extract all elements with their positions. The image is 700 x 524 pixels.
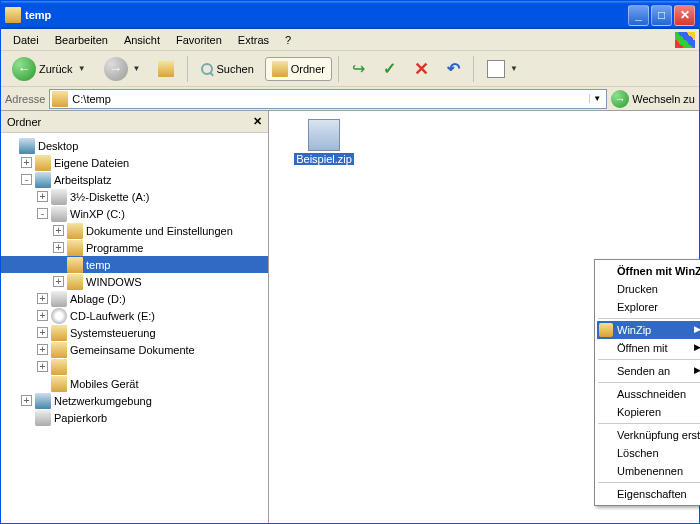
menu-item[interactable]: Umbenennen bbox=[597, 462, 700, 480]
up-button[interactable] bbox=[151, 57, 181, 81]
tree-node[interactable]: temp bbox=[1, 256, 268, 273]
close-button[interactable]: ✕ bbox=[674, 5, 695, 26]
tree-node[interactable]: +Systemsteuerung bbox=[1, 324, 268, 341]
menu-item[interactable]: Verknüpfung erstellen bbox=[597, 426, 700, 444]
mon-icon bbox=[35, 172, 51, 188]
menu-extras[interactable]: Extras bbox=[230, 32, 277, 48]
tree-toggle[interactable]: + bbox=[53, 242, 64, 253]
tree-toggle[interactable] bbox=[53, 259, 64, 270]
menu-file[interactable]: Datei bbox=[5, 32, 47, 48]
move-to-button[interactable]: ↪ bbox=[345, 55, 372, 82]
file-label: Beispiel.zip bbox=[294, 153, 354, 165]
folder-i-icon bbox=[51, 342, 67, 358]
maximize-button[interactable]: □ bbox=[651, 5, 672, 26]
wz-icon bbox=[599, 323, 613, 337]
menu-item[interactable]: Ausschneiden bbox=[597, 385, 700, 403]
forward-button[interactable]: →▼ bbox=[97, 53, 148, 85]
content-area[interactable]: Beispiel.zip Öffnen mit WinZipDruckenExp… bbox=[269, 111, 699, 523]
menu-item[interactable]: Drucken bbox=[597, 280, 700, 298]
go-button[interactable]: →Wechseln zu bbox=[611, 90, 695, 108]
tree-node[interactable]: Papierkorb bbox=[1, 409, 268, 426]
tree-node[interactable]: +Programme bbox=[1, 239, 268, 256]
tree-toggle[interactable]: + bbox=[37, 361, 48, 372]
menu-favorites[interactable]: Favoriten bbox=[168, 32, 230, 48]
tree-toggle[interactable]: + bbox=[37, 327, 48, 338]
tree-toggle[interactable]: + bbox=[21, 395, 32, 406]
panel-close-button[interactable]: ✕ bbox=[253, 115, 262, 128]
menu-view[interactable]: Ansicht bbox=[116, 32, 168, 48]
tree-node[interactable]: +CD-Laufwerk (E:) bbox=[1, 307, 268, 324]
file-item[interactable]: Beispiel.zip bbox=[289, 119, 359, 165]
tree-node[interactable]: +Ablage (D:) bbox=[1, 290, 268, 307]
tree-toggle[interactable] bbox=[5, 140, 16, 151]
panel-header: Ordner ✕ bbox=[1, 111, 268, 133]
search-button[interactable]: Suchen bbox=[194, 59, 260, 79]
tree-label: Netzwerkumgebung bbox=[54, 395, 152, 407]
menu-help[interactable]: ? bbox=[277, 32, 299, 48]
tree-node[interactable]: -WinXP (C:) bbox=[1, 205, 268, 222]
folders-button[interactable]: Ordner bbox=[265, 57, 332, 81]
folder-i-icon bbox=[51, 359, 67, 375]
undo-button[interactable]: ↶ bbox=[440, 55, 467, 82]
submenu-arrow-icon: ▶ bbox=[694, 342, 700, 352]
tree-node[interactable]: Desktop bbox=[1, 137, 268, 154]
tree-node[interactable]: +Gemeinsame Dokumente bbox=[1, 341, 268, 358]
tree-label: Desktop bbox=[38, 140, 78, 152]
folder-icon bbox=[52, 91, 68, 107]
menu-item[interactable]: Öffnen mit WinZip bbox=[597, 262, 700, 280]
tree-toggle[interactable] bbox=[21, 412, 32, 423]
menu-item[interactable]: Kopieren bbox=[597, 403, 700, 421]
tree-label: Papierkorb bbox=[54, 412, 107, 424]
folder-i-icon bbox=[67, 274, 83, 290]
tree-label: Arbeitsplatz bbox=[54, 174, 111, 186]
tree-toggle[interactable]: + bbox=[53, 276, 64, 287]
tree-toggle[interactable]: - bbox=[37, 208, 48, 219]
tree-toggle[interactable]: + bbox=[53, 225, 64, 236]
folder-i-icon bbox=[51, 325, 67, 341]
tree-label: WinXP (C:) bbox=[70, 208, 125, 220]
address-path: C:\temp bbox=[72, 93, 585, 105]
tree-node[interactable]: +3½-Diskette (A:) bbox=[1, 188, 268, 205]
folder-i-icon bbox=[67, 223, 83, 239]
menu-item[interactable]: WinZip▶ bbox=[597, 321, 700, 339]
tree-node[interactable]: -Arbeitsplatz bbox=[1, 171, 268, 188]
folder-icon bbox=[272, 61, 288, 77]
minimize-button[interactable]: _ bbox=[628, 5, 649, 26]
panel-title: Ordner bbox=[7, 116, 41, 128]
menu-item[interactable]: Löschen bbox=[597, 444, 700, 462]
folder-i-icon bbox=[51, 376, 67, 392]
menu-item[interactable]: Öffnen mit▶ bbox=[597, 339, 700, 357]
tree-label: Dokumente und Einstellungen bbox=[86, 225, 233, 237]
tree-node[interactable]: +Eigene Dateien bbox=[1, 154, 268, 171]
tree-node[interactable]: Mobiles Gerät bbox=[1, 375, 268, 392]
drive-icon bbox=[51, 189, 67, 205]
tree-node[interactable]: +Dokumente und Einstellungen bbox=[1, 222, 268, 239]
titlebar[interactable]: temp _ □ ✕ bbox=[1, 1, 699, 29]
windows-flag-icon bbox=[675, 32, 695, 48]
submenu-arrow-icon: ▶ bbox=[694, 324, 700, 334]
tree-node[interactable]: +Netzwerkumgebung bbox=[1, 392, 268, 409]
tree-toggle[interactable]: + bbox=[37, 191, 48, 202]
tree-node[interactable]: +WINDOWS bbox=[1, 273, 268, 290]
net-icon bbox=[35, 393, 51, 409]
tree-toggle[interactable] bbox=[37, 378, 48, 389]
tree-toggle[interactable]: + bbox=[21, 157, 32, 168]
address-input[interactable]: C:\temp ▼ bbox=[49, 89, 607, 109]
tree-toggle[interactable]: + bbox=[37, 293, 48, 304]
folder-i-icon bbox=[67, 257, 83, 273]
tree-toggle[interactable]: + bbox=[37, 310, 48, 321]
delete-button[interactable]: ✕ bbox=[407, 54, 436, 84]
menu-item[interactable]: Explorer bbox=[597, 298, 700, 316]
tree-toggle[interactable]: + bbox=[37, 344, 48, 355]
tree-label: CD-Laufwerk (E:) bbox=[70, 310, 155, 322]
menu-item[interactable]: Eigenschaften bbox=[597, 485, 700, 503]
tree-toggle[interactable]: - bbox=[21, 174, 32, 185]
back-button[interactable]: ←Zurück▼ bbox=[5, 53, 93, 85]
copy-to-button[interactable]: ✓ bbox=[376, 55, 403, 82]
tree-node[interactable]: + bbox=[1, 358, 268, 375]
address-dropdown[interactable]: ▼ bbox=[589, 94, 604, 103]
folder-i-icon bbox=[35, 155, 51, 171]
menu-item[interactable]: Senden an▶ bbox=[597, 362, 700, 380]
menu-edit[interactable]: Bearbeiten bbox=[47, 32, 116, 48]
views-button[interactable]: ▼ bbox=[480, 56, 525, 82]
